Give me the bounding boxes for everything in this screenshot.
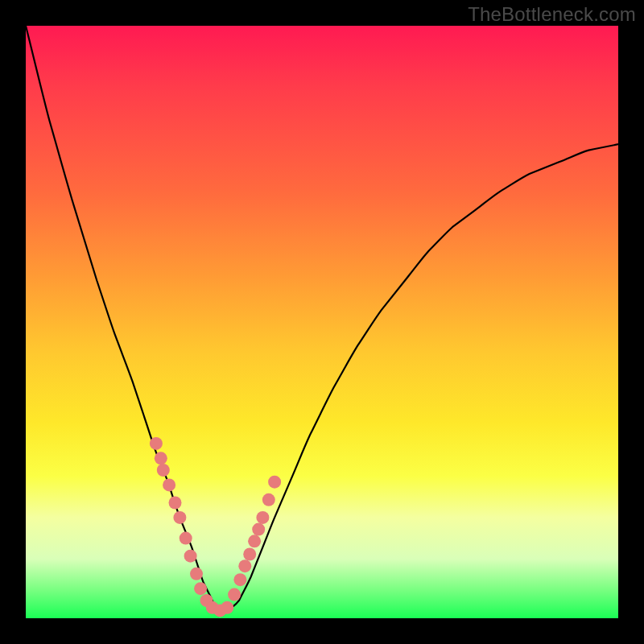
scatter-dot bbox=[238, 559, 251, 572]
scatter-dot bbox=[228, 588, 241, 601]
scatter-dot bbox=[190, 568, 203, 580]
scatter-dot bbox=[150, 437, 163, 450]
scatter-dot bbox=[262, 493, 275, 506]
bottleneck-curve bbox=[26, 26, 618, 612]
scatter-dot bbox=[173, 511, 186, 524]
scatter-dot bbox=[243, 548, 256, 561]
scatter-dot bbox=[157, 464, 170, 477]
scatter-dot bbox=[155, 452, 167, 464]
scatter-dot bbox=[169, 497, 182, 510]
scatter-dot bbox=[163, 478, 175, 491]
scatter-dots bbox=[150, 437, 281, 617]
scatter-dot bbox=[233, 573, 246, 586]
scatter-dot bbox=[184, 550, 197, 563]
scatter-dot bbox=[252, 523, 265, 536]
chart-frame: TheBottleneck.com bbox=[0, 0, 644, 644]
scatter-dot bbox=[194, 582, 207, 595]
curve-svg bbox=[26, 26, 618, 618]
plot-area bbox=[26, 26, 618, 618]
scatter-dot bbox=[221, 601, 233, 614]
watermark-text: TheBottleneck.com bbox=[468, 3, 636, 26]
scatter-dot bbox=[268, 476, 281, 489]
scatter-dot bbox=[180, 532, 192, 545]
scatter-dot bbox=[248, 535, 261, 547]
scatter-dot bbox=[256, 511, 269, 524]
